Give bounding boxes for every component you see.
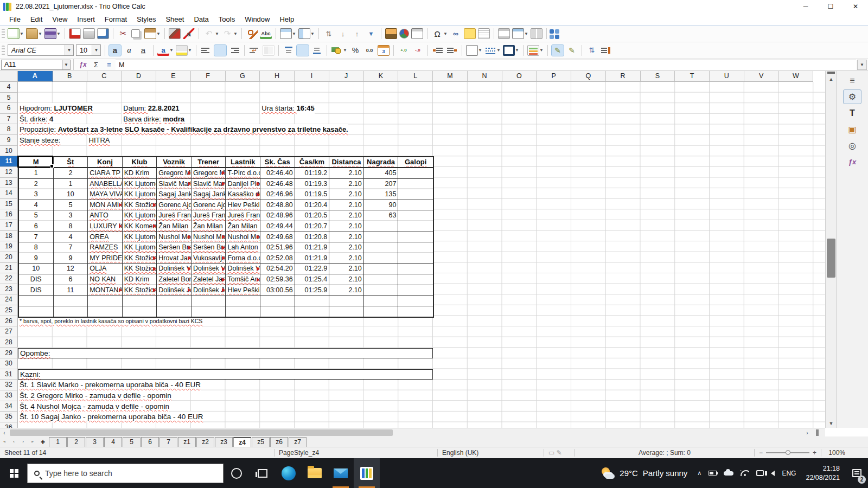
select-all-corner[interactable] — [0, 71, 18, 82]
cell[interactable]: 2.10 — [329, 221, 364, 232]
menu-insert[interactable]: Insert — [72, 14, 100, 25]
cell[interactable]: 11 — [54, 285, 88, 296]
cell[interactable] — [226, 296, 260, 306]
cell[interactable] — [398, 264, 433, 274]
row-header-18[interactable]: 18 — [0, 231, 18, 242]
row-header-9[interactable]: 9 — [0, 135, 18, 146]
cell[interactable]: 12 — [54, 264, 88, 274]
chevron-down-icon[interactable]: ▼ — [56, 31, 61, 36]
row-header-12[interactable]: 12 — [0, 167, 18, 178]
autofilter-icon[interactable]: ▼ — [365, 28, 377, 39]
align-left-icon[interactable] — [200, 45, 212, 56]
column-header-M[interactable]: M — [433, 71, 468, 82]
column-header-T[interactable]: T — [675, 71, 710, 82]
column-header-V[interactable]: V — [744, 71, 779, 82]
start-button[interactable] — [0, 458, 27, 488]
row-header-32[interactable]: 32 — [0, 380, 18, 390]
equals-icon[interactable]: = — [103, 61, 116, 69]
cell[interactable]: RAMZES — [88, 242, 123, 253]
cell[interactable]: KK Stožice — [123, 200, 157, 211]
expand-formula-bar-icon[interactable]: ▼ — [857, 60, 867, 70]
sort-icon[interactable]: ⇅ — [323, 28, 335, 39]
cell[interactable]: Žan Milan — [192, 221, 226, 232]
show-draw-functions-icon[interactable] — [478, 28, 490, 39]
font-color-icon[interactable]: a — [157, 45, 169, 56]
cell[interactable]: 02:49.44 — [260, 221, 295, 232]
row-header-24[interactable]: 24 — [0, 294, 18, 305]
align-right-icon[interactable] — [228, 45, 240, 56]
cell[interactable] — [192, 296, 226, 306]
cell[interactable]: MON AMI P — [88, 200, 123, 211]
zoom-level[interactable]: 100% — [821, 449, 850, 457]
conditional-formatting-icon[interactable] — [527, 45, 539, 56]
cell[interactable]: NO KAN — [88, 274, 123, 285]
column-header-W[interactable]: W — [779, 71, 814, 82]
cell[interactable]: OLJA — [88, 264, 123, 274]
cell[interactable] — [364, 242, 399, 253]
column-header-S[interactable]: S — [641, 71, 675, 82]
cell[interactable] — [398, 285, 433, 296]
row-header-7[interactable]: 7 — [0, 114, 18, 125]
sort-lists-icon[interactable]: ⇅ — [586, 45, 598, 56]
cell[interactable] — [54, 306, 88, 317]
menu-sheet[interactable]: Sheet — [161, 14, 189, 25]
cell[interactable]: 2.10 — [329, 264, 364, 274]
scroll-up-icon[interactable]: ▲ — [826, 75, 837, 84]
cell[interactable]: 2.10 — [329, 274, 364, 285]
align-top-icon[interactable] — [283, 45, 295, 56]
cell[interactable] — [398, 274, 433, 285]
horizontal-scroll-thumb[interactable] — [10, 429, 393, 436]
row-header-36[interactable]: 36 — [0, 422, 18, 428]
chevron-down-icon[interactable]: ▼ — [478, 48, 483, 53]
page-style[interactable]: PageStyle_z4 — [275, 449, 437, 457]
sheet-tab-4[interactable]: 4 — [104, 437, 122, 447]
sum-icon[interactable]: Σ — [90, 61, 103, 69]
cell[interactable]: 01:22.9 — [295, 264, 330, 274]
cell[interactable]: 02:52.08 — [260, 253, 295, 264]
cell[interactable]: Zaletel Jane — [192, 274, 226, 285]
cell[interactable]: 2.10 — [329, 242, 364, 253]
underline-icon[interactable]: a — [137, 45, 149, 56]
cell[interactable]: 02:54.20 — [260, 264, 295, 274]
row-header-34[interactable]: 34 — [0, 401, 18, 412]
sheet-tab-z1[interactable]: z1 — [178, 437, 196, 447]
cell[interactable]: KK Komend — [123, 221, 157, 232]
redo-icon[interactable]: ↷ — [221, 28, 233, 39]
format-percent-icon[interactable]: % — [349, 45, 361, 56]
menu-file[interactable]: File — [4, 14, 25, 25]
new-document-icon[interactable] — [8, 28, 20, 39]
cell[interactable] — [364, 264, 399, 274]
row-header-19[interactable]: 19 — [0, 241, 18, 252]
previous-sheet-icon[interactable]: ‹ — [9, 439, 18, 444]
formula-input[interactable]: M — [116, 60, 856, 70]
scrollbar-splitter[interactable] — [816, 429, 819, 436]
undo-icon[interactable]: ↶ — [203, 28, 215, 39]
cell[interactable]: 90 — [364, 200, 399, 211]
zoom-in-icon[interactable]: + — [813, 449, 816, 457]
menu-data[interactable]: Data — [189, 14, 213, 25]
column-header-U[interactable]: U — [710, 71, 744, 82]
cell[interactable]: KK Stožice — [123, 264, 157, 274]
cortana-button[interactable] — [224, 458, 250, 488]
cell[interactable] — [260, 296, 295, 306]
cell[interactable]: 03:00.56 — [260, 285, 295, 296]
bold-icon[interactable]: a — [109, 45, 121, 56]
cell[interactable]: 2.10 — [329, 253, 364, 264]
row-header-21[interactable]: 21 — [0, 263, 18, 274]
cell[interactable] — [295, 306, 330, 317]
cell[interactable]: Nushol Mojc — [192, 232, 226, 243]
cell[interactable]: 02:48.80 — [260, 200, 295, 211]
cell[interactable]: 01:19.2 — [295, 168, 330, 179]
cell[interactable] — [123, 306, 157, 317]
function-wizard-icon[interactable]: ƒx — [76, 61, 90, 68]
row-header-15[interactable]: 15 — [0, 199, 18, 210]
zoom-out-icon[interactable]: − — [759, 449, 763, 457]
row-header-11[interactable]: 11 — [0, 156, 18, 167]
print-preview-icon[interactable] — [97, 28, 109, 39]
trio-office-button[interactable] — [354, 458, 380, 488]
cell[interactable]: MONTANA — [88, 285, 123, 296]
cell[interactable]: MAYA VIVA — [88, 189, 123, 200]
row-header-29[interactable]: 29 — [0, 348, 18, 359]
toolbar-grip-icon[interactable] — [2, 29, 5, 38]
chevron-down-icon[interactable]: ▼ — [292, 31, 297, 36]
